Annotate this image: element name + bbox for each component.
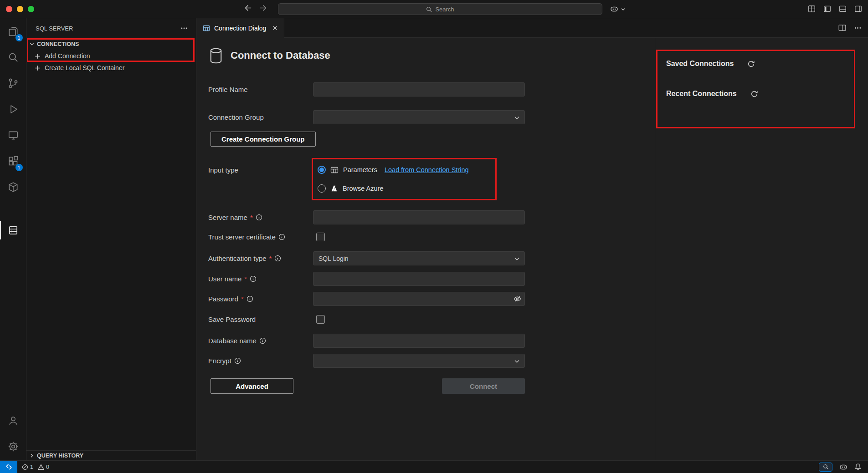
info-icon[interactable] (250, 275, 257, 282)
search-placeholder: Search (435, 6, 454, 13)
chevron-down-icon (29, 41, 35, 47)
toggle-primary-sidebar-icon[interactable] (823, 5, 831, 13)
activitybar-extensions[interactable]: 1 (0, 150, 26, 172)
explorer-badge: 1 (15, 34, 23, 41)
titlebar: Search (0, 0, 868, 18)
more-actions-icon[interactable] (180, 25, 188, 32)
profile-name-input[interactable] (313, 82, 525, 97)
password-row: Password * (208, 292, 525, 306)
server-name-label: Server name (208, 214, 247, 221)
info-icon[interactable] (234, 357, 241, 364)
add-connection-label: Add Connection (45, 52, 90, 60)
refresh-icon[interactable] (750, 90, 758, 98)
activitybar-accounts[interactable] (0, 410, 26, 432)
search-command-center[interactable]: Search (278, 3, 602, 15)
connect-button[interactable]: Connect (442, 378, 525, 394)
info-icon[interactable] (278, 234, 285, 240)
errors-icon (22, 464, 28, 470)
authentication-type-dropdown[interactable]: SQL Login (313, 251, 525, 265)
load-connection-string-link[interactable]: Load from Connection String (385, 166, 469, 173)
browse-azure-radio[interactable] (318, 184, 326, 193)
error-count: 1 (30, 464, 33, 470)
notifications-bell-icon[interactable] (854, 463, 862, 471)
connections-side-panel: Saved Connections Recent Connections (655, 38, 868, 460)
connection-group-label: Connection Group (208, 113, 264, 121)
info-icon[interactable] (247, 295, 253, 302)
close-window-button[interactable] (6, 6, 12, 12)
remote-explorer-icon (7, 129, 19, 141)
remote-icon (5, 463, 12, 470)
accounts-icon (7, 415, 19, 427)
activitybar-explorer[interactable]: 1 (0, 20, 26, 42)
connection-group-dropdown[interactable] (313, 110, 525, 124)
parameters-option-label[interactable]: Parameters (343, 166, 377, 173)
forward-arrow-icon[interactable] (259, 4, 267, 12)
container-box-icon (7, 181, 19, 193)
advanced-button[interactable]: Advanced (211, 378, 293, 394)
browse-azure-option-label[interactable]: Browse Azure (343, 185, 383, 192)
editor-actions (838, 18, 862, 38)
tab-bar: Connection Dialog (196, 18, 868, 38)
info-icon[interactable] (274, 255, 281, 262)
chevron-right-icon (29, 453, 35, 458)
problems-indicator[interactable]: 1 0 (22, 464, 52, 470)
activitybar-sql-server[interactable] (0, 219, 26, 241)
activitybar-run-debug[interactable] (0, 98, 26, 120)
server-name-input[interactable] (313, 210, 525, 224)
more-actions-icon[interactable] (854, 24, 862, 32)
toggle-password-visibility-icon[interactable] (514, 295, 521, 303)
copilot-titlebar-button[interactable] (610, 5, 625, 14)
copilot-status-icon[interactable] (839, 463, 848, 472)
activitybar-search[interactable] (0, 46, 26, 68)
minimize-window-button[interactable] (17, 6, 23, 12)
activitybar-source-control[interactable] (0, 72, 26, 94)
refresh-icon[interactable] (747, 60, 755, 68)
sidebar-sql-server: SQL SERVER CONNECTIONS Add Connection Cr… (26, 18, 196, 460)
trust-server-certificate-checkbox[interactable] (316, 233, 325, 241)
save-password-checkbox[interactable] (316, 315, 325, 324)
password-label: Password (208, 295, 238, 303)
add-connection-item[interactable]: Add Connection (26, 50, 196, 62)
create-connection-group-button[interactable]: Create Connection Group (211, 132, 316, 147)
tab-close-icon[interactable] (272, 25, 278, 31)
password-input[interactable] (313, 292, 525, 306)
create-local-sql-container-item[interactable]: Create Local SQL Container (26, 62, 196, 74)
activitybar-settings[interactable] (0, 436, 26, 458)
query-history-label: QUERY HISTORY (37, 453, 83, 459)
activitybar-containers[interactable] (0, 176, 26, 198)
query-history-section-header[interactable]: QUERY HISTORY (26, 450, 196, 460)
save-password-row: Save Password (208, 312, 325, 326)
extensions-badge: 1 (15, 164, 23, 171)
info-icon[interactable] (259, 337, 266, 344)
chevron-down-icon (621, 8, 625, 11)
chevron-down-icon (514, 257, 519, 261)
required-marker: * (250, 214, 253, 221)
vscode-window: Search 1 (0, 0, 868, 473)
info-icon[interactable] (256, 214, 262, 221)
database-name-input[interactable] (313, 334, 525, 348)
server-name-row: Server name * (208, 210, 525, 224)
save-password-label: Save Password (208, 315, 256, 323)
encrypt-dropdown[interactable] (313, 354, 525, 368)
tab-connection-dialog[interactable]: Connection Dialog (196, 18, 284, 38)
split-editor-icon[interactable] (838, 24, 847, 32)
user-name-input[interactable] (313, 272, 525, 286)
profile-name-row: Profile Name (208, 82, 525, 97)
back-arrow-icon[interactable] (244, 4, 252, 12)
connection-dialog-pane: Connect to Database Profile Name Connect… (196, 38, 655, 460)
connections-section-header[interactable]: CONNECTIONS (26, 38, 196, 50)
trust-server-certificate-row: Trust server certificate (208, 230, 325, 244)
copilot-icon (610, 5, 619, 14)
zoom-indicator[interactable] (819, 463, 832, 472)
remote-indicator[interactable] (0, 461, 17, 473)
sidebar-title: SQL SERVER (36, 25, 73, 32)
activitybar-remote-explorer[interactable] (0, 124, 26, 146)
customize-layout-icon[interactable] (808, 5, 816, 13)
parameters-radio[interactable] (318, 166, 326, 174)
maximize-window-button[interactable] (28, 6, 34, 12)
toggle-secondary-sidebar-icon[interactable] (854, 5, 862, 13)
toggle-panel-icon[interactable] (839, 5, 847, 13)
saved-connections-header: Saved Connections (666, 57, 755, 70)
add-icon (34, 65, 41, 71)
layout-controls (808, 5, 862, 13)
